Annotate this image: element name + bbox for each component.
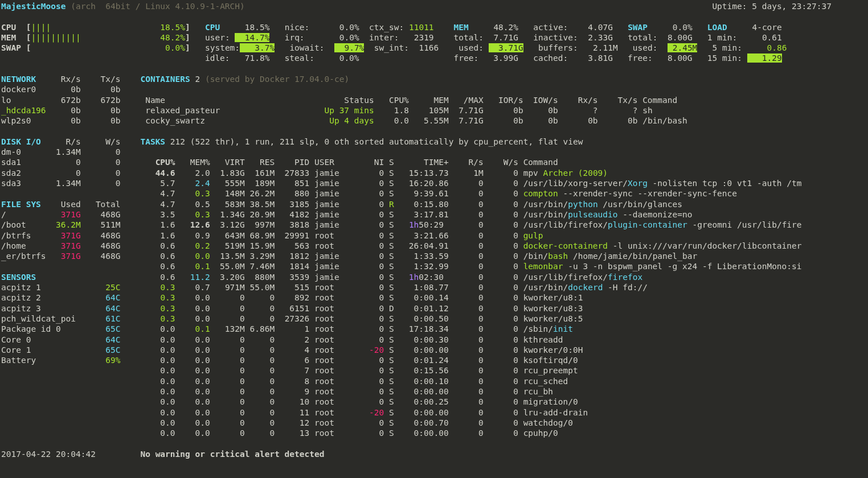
net-cont-header: NETWORK Rx/s Tx/s CONTAINERS 2 (served b…: [1, 74, 867, 84]
network-row: docker0 0b 0b: [1, 84, 867, 94]
body-row: Battery 69% 0.0 0.0 0 0 6 root 0 S 0:01.…: [1, 355, 867, 365]
body-row: 4.7 0.3 148M 26.2M 880 jamie 0 S 9:39.61…: [1, 188, 867, 199]
network-row: _hdcda196 0b 0b relaxed_pasteur Up 37 mi…: [1, 105, 867, 116]
body-row: 0.0 0.0 0 0 10 root 0 S 0:00.25 0 0 migr…: [1, 397, 867, 407]
swap-used: 2.45M: [668, 43, 697, 52]
tasks-col-cpu: CPU%: [150, 158, 175, 167]
body-row: sda2 0 0 44.6 2.0 1.83G 161M 27833 jamie…: [1, 168, 867, 178]
body-row: acpitz 2 64C 0.3 0.0 0 0 892 root 0 S 0:…: [1, 292, 867, 303]
load-header: LOAD: [707, 23, 747, 32]
footer-time: 2017-04-22 20:04:42: [1, 450, 96, 459]
cpu-ctxsw: 11011: [409, 23, 434, 32]
bar-pct-CPU: 18.5%: [155, 23, 185, 32]
stats-row-2: MEM [|||||||||| 48.2%] user: 14.7% irq: …: [1, 32, 867, 43]
bar-label-CPU: CPU: [1, 23, 26, 32]
body-row: SENSORS 0.6 11.2 3.20G 880M 3539 jamie 0…: [1, 272, 867, 282]
bar-label-SWAP: SWAP: [1, 43, 26, 52]
cpu-iowait: 9.7%: [334, 43, 364, 52]
body-row: /boot 36.2M 511M 1.6 12.6 3.12G 997M 381…: [1, 220, 867, 230]
diskio-header: DISK I/O: [1, 137, 46, 146]
bar-label-MEM: MEM: [1, 33, 26, 42]
header-line: MajesticMoose (arch 64bit / Linux 4.10.9…: [1, 1, 867, 11]
body-row: / 371G 468G 3.5 0.3 1.34G 20.9M 4182 jam…: [1, 209, 867, 220]
body-row: Core 1 65C 0.0 0.0 0 0 4 root -20 S 0:00…: [1, 345, 867, 355]
bar-pct-SWAP: 0.0%: [155, 43, 185, 52]
bar-fill-SWAP: [31, 43, 155, 52]
load-15: 1.29: [747, 53, 782, 63]
body-row: sda3 1.34M 0 5.7 2.4 555M 189M 851 jamie…: [1, 178, 867, 188]
body-row: _er/btrfs 371G 468G 0.6 0.0 13.5M 3.29M …: [1, 251, 867, 261]
network-row: wlp2s0 0b 0b cocky_swartz Up 4 days 0.0 …: [1, 116, 867, 126]
body-row: /btrfs 371G 468G 1.6 0.9 643M 68.9M 2999…: [1, 230, 867, 241]
swap-header: SWAP: [628, 23, 662, 32]
tasks-header: TASKS: [140, 137, 165, 146]
cpu-user: 14.7%: [235, 33, 269, 42]
cpu-header: CPU: [205, 23, 235, 32]
mem-used: 3.71G: [489, 43, 523, 52]
sysinfo: (arch 64bit / Linux 4.10.9-1-ARCH): [71, 2, 245, 11]
body-row: Package id 0 65C 0.0 0.1 132M 6.86M 1 ro…: [1, 324, 867, 334]
mem-header: MEM: [454, 23, 484, 32]
cpu-system: 3.7%: [240, 43, 275, 52]
body-row: Core 0 64C 0.0 0.0 0 0 2 root 0 S 0:00.3…: [1, 335, 867, 345]
body-row: FILE SYS Used Total 4.7 0.5 583M 38.5M 3…: [1, 199, 867, 209]
body-row: 0.6 0.1 55.0M 7.46M 1814 jamie 0 S 1:32.…: [1, 261, 867, 271]
network-row: lo 672b 672b Name Status CPU% MEM /MAX I…: [1, 95, 867, 105]
bar-fill-MEM: ||||||||||: [31, 33, 155, 42]
body-row: 0.0 0.0 0 0 12 root 0 S 0:00.70 0 0 watc…: [1, 418, 867, 428]
uptime: Uptime: 5 days, 23:27:37: [712, 2, 832, 11]
body-row: 0.0 0.0 0 0 8 root 0 S 0:00.10 0 0 rcu_s…: [1, 376, 867, 386]
body-row: 0.0 0.0 0 0 7 root 0 S 0:15.56 0 0 rcu_p…: [1, 365, 867, 376]
hostname: MajesticMoose: [1, 2, 66, 11]
disk-tasks-header: DISK I/O R/s W/s TASKS 212 (522 thr), 1 …: [1, 137, 867, 147]
body-row: acpitz 1 25C 0.3 0.7 971M 55.0M 515 root…: [1, 282, 867, 292]
bar-fill-CPU: ||||: [31, 23, 155, 32]
container-status: Up 4 days: [265, 116, 374, 125]
body-row: acpitz 3 64C 0.3 0.0 0 0 6151 root 0 D 0…: [1, 303, 867, 314]
footer: 2017-04-22 20:04:42 No warning or critic…: [1, 449, 867, 459]
containers-count: 2: [195, 75, 200, 84]
body-row: dm-0 1.34M 0: [1, 147, 867, 157]
tasks-summary: 212 (522 thr), 1 run, 211 slp, 0 oth sor…: [170, 137, 583, 146]
body-row: 0.0 0.0 0 0 13 root 0 S 0:00.00 0 0 cpuh…: [1, 428, 867, 438]
cpu-total: 18.5%: [235, 23, 269, 32]
sensors-header: SENSORS: [1, 273, 121, 282]
network-header: NETWORK: [1, 75, 46, 84]
container-status: Up 37 mins: [265, 106, 374, 115]
fs-header: FILE SYS: [1, 200, 46, 209]
body-row: /home 371G 468G 0.6 0.2 519M 15.9M 563 r…: [1, 241, 867, 251]
footer-msg: No warning or critical alert detected: [140, 450, 324, 459]
containers-header: CONTAINERS: [140, 75, 190, 84]
body-row: 0.0 0.0 0 0 9 root 0 S 0:00.00 0 0 rcu_b…: [1, 386, 867, 397]
body-row: pch_wildcat_poi 61C 0.3 0.0 0 0 27326 ro…: [1, 314, 867, 324]
bar-pct-MEM: 48.2%: [155, 33, 185, 42]
stats-row-1: CPU [|||| 18.5%] CPU 18.5% nice: 0.0% ct…: [1, 22, 867, 32]
stats-row-4: idle: 71.8% steal: 0.0% free: 3.99G cach…: [1, 53, 867, 63]
stats-row-3: SWAP [ 0.0%] system: 3.7% iowait: 9.7% s…: [1, 43, 867, 53]
body-row: sda1 0 0 CPU% MEM% VIRT RES PID USER NI …: [1, 157, 867, 167]
body-row: 0.0 0.0 0 0 11 root -20 S 0:00.00 0 0 lr…: [1, 407, 867, 418]
